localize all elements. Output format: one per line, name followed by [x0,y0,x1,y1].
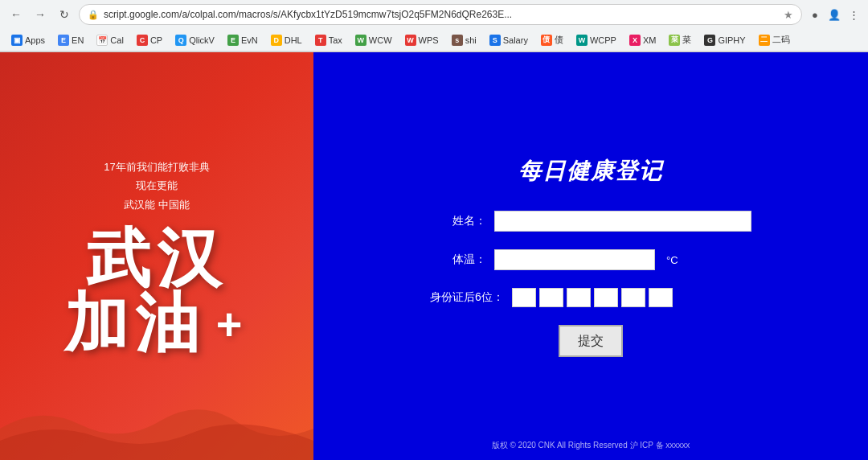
bookmark-cp-label: CP [150,35,162,45]
id-input-6[interactable] [649,288,673,307]
tax-favicon: T [315,35,326,46]
cross-icon [209,303,249,343]
giphy-favicon: G [704,35,715,46]
apps-favicon: ▣ [11,35,23,46]
id-input-5[interactable] [621,288,645,307]
browser-toolbar: ← → ↻ 🔒 ★ ● 👤 ⋮ [0,0,868,29]
food-favicon: 菜 [669,35,680,46]
bookmark-wcpp[interactable]: W WCPP [571,33,621,47]
bookmark-qlickv[interactable]: Q QlickV [170,33,219,47]
form-panel: 每日健康登记 姓名： 体温： °C 身份证后6位： [313,52,868,460]
form-title: 每日健康登记 [518,156,663,187]
bookmark-en[interactable]: E EN [53,33,88,47]
submit-button[interactable]: 提交 [559,325,623,357]
id-input-group [512,288,673,307]
bookmark-dhl-label: DHL [285,35,302,45]
back-button[interactable]: ← [6,5,26,24]
poster-main-text: 武汉 加油 [64,227,249,355]
temperature-input[interactable] [494,249,655,270]
bookmark-en-label: EN [72,35,84,45]
bookmark-apps-label: Apps [25,35,45,45]
forward-button[interactable]: → [31,5,50,24]
shi-favicon: s [452,35,463,46]
bookmark-apps[interactable]: ▣ Apps [6,33,50,47]
temp-form-row: 体温： °C [430,249,751,270]
browser-chrome: ← → ↻ 🔒 ★ ● 👤 ⋮ ▣ Apps E EN 📅 Cal C CP [0,0,868,52]
bookmark-star-icon[interactable]: ★ [784,9,793,21]
poster-jiayou: 加油 [64,291,206,355]
xm-favicon: X [629,35,641,46]
profile-icon[interactable]: 👤 [826,6,842,23]
bookmark-evn-label: EvN [241,35,258,45]
extensions-icon[interactable]: ● [807,6,823,23]
bookmark-salary[interactable]: S Salary [485,33,533,47]
bookmark-cp[interactable]: C CP [132,33,167,47]
temp-unit-label: °C [666,254,678,266]
bookmark-shi-label: shi [465,35,477,45]
poster-wuhan: 武汉 [86,227,227,291]
menu-icon[interactable]: ⋮ [845,6,862,23]
page-content: 17年前我们能打败非典 现在更能 武汉能 中国能 武汉 加油 每日健康登记 姓名… [0,52,868,460]
bookmark-wps[interactable]: W WPS [400,33,444,47]
id-input-4[interactable] [594,288,618,307]
bookmark-xm-label: XM [643,35,657,45]
address-bar-container: 🔒 ★ [79,4,802,25]
bookmark-tax-label: Tax [329,35,342,45]
bookmark-evn[interactable]: E EvN [223,33,263,47]
bookmark-wcpp-label: WCPP [590,35,616,45]
id-input-3[interactable] [567,288,591,307]
browser-toolbar-icons: ● 👤 ⋮ [807,6,862,23]
poster-wave-decoration [0,396,313,460]
name-form-row: 姓名： [430,211,751,232]
erma-favicon: 二 [759,35,770,46]
bookmark-food[interactable]: 菜 菜 [664,32,696,47]
form-container: 姓名： 体温： °C 身份证后6位： [430,211,751,357]
poster-panel: 17年前我们能打败非典 现在更能 武汉能 中国能 武汉 加油 [0,52,313,460]
wcpp-favicon: W [576,35,588,46]
bookmark-qlickv-label: QlickV [189,35,215,45]
lock-icon: 🔒 [88,10,99,20]
qlickv-favicon: Q [175,35,186,46]
debt-favicon: 债 [541,35,552,46]
dhl-favicon: D [271,35,282,46]
poster-slogan: 17年前我们能打败非典 现在更能 武汉能 中国能 [104,158,209,214]
bookmark-cal-label: Cal [110,35,124,45]
id-input-2[interactable] [539,288,563,307]
bookmark-giphy[interactable]: G GIPHY [699,33,750,47]
poster-jiayou-row: 加油 [64,291,249,355]
bookmark-debt-label: 债 [555,34,563,46]
bookmark-wps-label: WPS [419,35,439,45]
bookmark-food-label: 菜 [682,34,691,46]
bookmark-wcw-label: WCW [369,35,392,45]
name-input[interactable] [494,211,751,232]
bookmark-debt[interactable]: 债 债 [536,32,568,47]
evn-favicon: E [227,35,239,46]
bookmark-cal[interactable]: 📅 Cal [92,33,129,47]
id-form-row: 身份证后6位： [430,288,751,307]
bookmark-erma[interactable]: 二 二码 [754,32,795,47]
bookmark-wcw[interactable]: W WCW [350,33,397,47]
bookmark-tax[interactable]: T Tax [310,33,347,47]
footer-copyright: 版权 © 2020 CNK All Rights Reserved 沪 ICP … [492,440,690,451]
wps-favicon: W [405,35,416,46]
bookmark-xm[interactable]: X XM [624,33,661,47]
cp-favicon: C [137,35,148,46]
bookmark-erma-label: 二码 [772,34,790,46]
bookmark-dhl[interactable]: D DHL [266,33,307,47]
bookmark-shi[interactable]: s shi [447,33,481,47]
address-bar[interactable] [104,9,779,20]
bookmark-giphy-label: GIPHY [718,35,745,45]
cal-favicon: 📅 [96,35,108,46]
id-input-1[interactable] [512,288,536,307]
temp-label: 体温： [430,253,486,267]
en-favicon: E [58,35,69,46]
wcw-favicon: W [355,35,366,46]
bookmark-salary-label: Salary [503,35,528,45]
bookmarks-bar: ▣ Apps E EN 📅 Cal C CP Q QlickV E EvN D … [0,29,868,51]
name-label: 姓名： [430,214,486,228]
id-label: 身份证后6位： [430,290,504,305]
refresh-button[interactable]: ↻ [55,5,74,24]
salary-favicon: S [489,35,501,46]
